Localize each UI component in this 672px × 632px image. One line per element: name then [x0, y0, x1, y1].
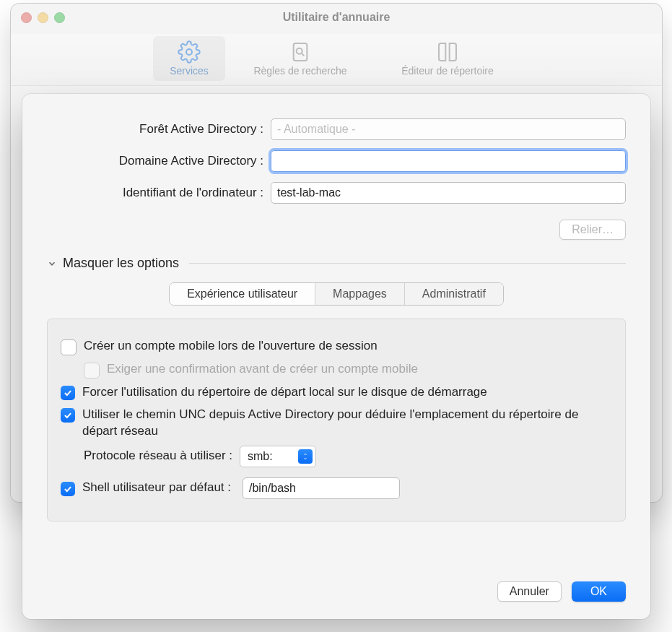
force-local-home-checkbox[interactable] — [61, 386, 75, 400]
use-unc-label: Utiliser le chemin UNC depuis Active Dir… — [82, 407, 612, 440]
toolbar-search-rules[interactable]: Règles de recherche — [228, 36, 372, 81]
toolbar-label: Services — [170, 65, 209, 77]
default-shell-field[interactable]: /bin/bash — [243, 477, 400, 499]
toolbar-services[interactable]: Services — [153, 36, 225, 81]
ok-button[interactable]: OK — [572, 581, 626, 602]
require-confirm-checkbox — [84, 363, 100, 378]
svg-point-0 — [186, 49, 192, 55]
domain-field[interactable] — [271, 150, 626, 172]
default-shell-checkbox[interactable] — [61, 482, 75, 496]
book-icon — [436, 40, 459, 64]
cancel-button[interactable]: Annuler — [497, 581, 562, 602]
toolbar-label: Règles de recherche — [253, 65, 346, 77]
force-local-home-label: Forcer l'utilisation du répertoire de dé… — [82, 384, 487, 401]
window-title: Utilitaire d'annuaire — [11, 11, 662, 24]
separator — [189, 263, 626, 264]
tab-user-experience[interactable]: Expérience utilisateur — [170, 283, 315, 305]
protocol-popup[interactable]: smb: — [240, 446, 316, 467]
require-confirm-label: Exiger une confirmation avant de créer u… — [107, 361, 418, 378]
svg-rect-1 — [294, 43, 307, 61]
computer-id-field[interactable]: test-lab-mac — [271, 182, 626, 204]
computer-id-label: Identifiant de l'ordinateur : — [47, 186, 263, 200]
bind-button[interactable]: Relier… — [559, 220, 626, 240]
computer-id-value: test-lab-mac — [277, 186, 341, 199]
gear-icon — [178, 40, 201, 64]
toolbar-label: Éditeur de répertoire — [401, 65, 494, 77]
create-mobile-label: Créer un compte mobile lors de l'ouvertu… — [84, 338, 378, 355]
create-mobile-checkbox[interactable] — [61, 339, 77, 355]
protocol-value: smb: — [248, 450, 273, 463]
forest-label: Forêt Active Directory : — [47, 122, 263, 137]
toolbar: Services Règles de recherche Éditeur de … — [11, 34, 662, 86]
tab-bar: Expérience utilisateur Mappages Administ… — [169, 282, 504, 306]
svg-point-2 — [297, 48, 302, 54]
options-panel: Créer un compte mobile lors de l'ouvertu… — [47, 319, 626, 521]
tab-administrative[interactable]: Administratif — [405, 283, 503, 305]
disclosure-label: Masquer les options — [63, 256, 179, 271]
search-doc-icon — [289, 40, 312, 64]
tab-mappings[interactable]: Mappages — [315, 283, 405, 305]
default-shell-value: /bin/bash — [249, 482, 296, 495]
forest-field: - Automatique - — [271, 118, 626, 140]
toolbar-directory-editor[interactable]: Éditeur de répertoire — [375, 36, 520, 81]
chevron-down-icon — [47, 259, 57, 269]
disclosure-toggle[interactable]: Masquer les options — [47, 256, 626, 271]
domain-label: Domaine Active Directory : — [47, 154, 263, 168]
forest-value: - Automatique - — [277, 123, 356, 136]
default-shell-label: Shell utilisateur par défaut : — [82, 480, 231, 496]
use-unc-checkbox[interactable] — [61, 408, 75, 423]
popup-arrows-icon — [298, 449, 313, 464]
svg-line-3 — [302, 53, 304, 56]
settings-sheet: Forêt Active Directory : - Automatique -… — [22, 94, 650, 619]
protocol-label: Protocole réseau à utiliser : — [84, 448, 232, 464]
